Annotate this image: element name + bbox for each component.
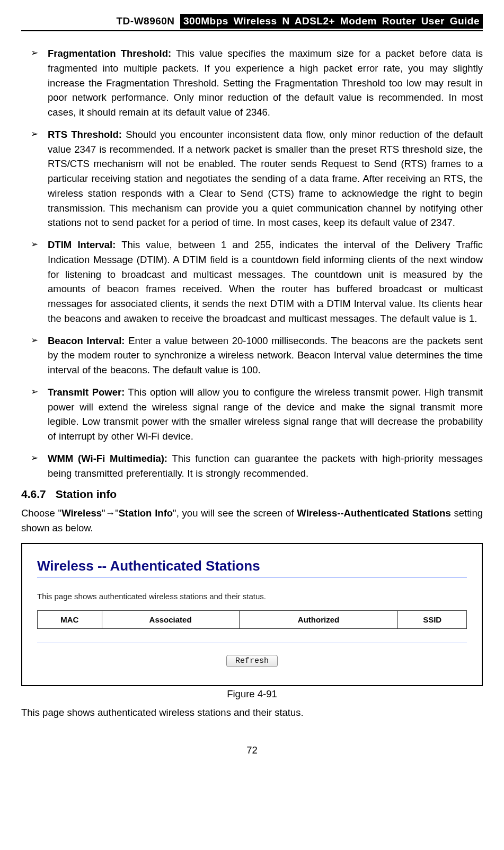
text: " [102,507,105,519]
term-text: Should you encounter inconsistent data f… [48,129,483,229]
button-row: Refresh [37,655,467,667]
page-header: TD-W8960N 300Mbps Wireless N ADSL2+ Mode… [21,14,483,31]
screenshot-title: Wireless -- Authenticated Stations [37,558,467,574]
model-number: TD-W8960N [117,15,175,27]
closing-paragraph: This page shows authenticated wireless s… [21,705,483,720]
term-label: RTS Threshold: [48,129,122,140]
screen-name: Wireless--Authenticated Stations [297,507,450,519]
term-label: DTIM Interval: [48,239,116,250]
list-item: Fragmentation Threshold: This value spec… [31,46,483,120]
stations-table: MAC Associated Authorized SSID [37,610,467,629]
col-associated: Associated [102,610,239,628]
divider [37,577,467,578]
nav-station-info: Station Info [119,507,173,519]
guide-title: 300Mbps Wireless N ADSL2+ Modem Router U… [180,14,483,29]
term-label: Fragmentation Threshold: [48,48,171,59]
nav-paragraph: Choose "Wireless"→"Station Info", you wi… [21,506,483,536]
screenshot-description: This page shows authenticated wireless s… [37,592,467,601]
nav-wireless: Wireless [61,507,102,519]
col-authorized: Authorized [239,610,398,628]
text: ", you will see the screen of [173,507,297,519]
arrow-icon: → [105,507,116,519]
term-text: This value, between 1 and 255, indicates… [48,239,483,324]
section-title: Station info [56,488,117,500]
text: " [115,507,119,519]
col-ssid: SSID [398,610,467,628]
text: Choose " [21,507,61,519]
section-heading: 4.6.7Station info [21,488,483,501]
list-item: RTS Threshold: Should you encounter inco… [31,127,483,230]
divider [37,643,467,643]
feature-list: Fragmentation Threshold: This value spec… [21,46,483,480]
page-number: 72 [21,744,483,756]
col-mac: MAC [38,610,102,628]
section-number: 4.6.7 [21,488,46,500]
list-item: Beacon Interval: Enter a value between 2… [31,334,483,378]
term-label: Transmit Power: [48,387,125,398]
term-label: Beacon Interval: [48,335,125,346]
refresh-button[interactable]: Refresh [226,655,278,667]
embedded-screenshot: Wireless -- Authenticated Stations This … [21,543,483,686]
list-item: WMM (Wi-Fi Multimedia): This function ca… [31,451,483,481]
list-item: DTIM Interval: This value, between 1 and… [31,238,483,326]
figure-caption: Figure 4-91 [21,688,483,700]
term-label: WMM (Wi-Fi Multimedia): [48,453,167,464]
list-item: Transmit Power: This option will allow y… [31,385,483,444]
